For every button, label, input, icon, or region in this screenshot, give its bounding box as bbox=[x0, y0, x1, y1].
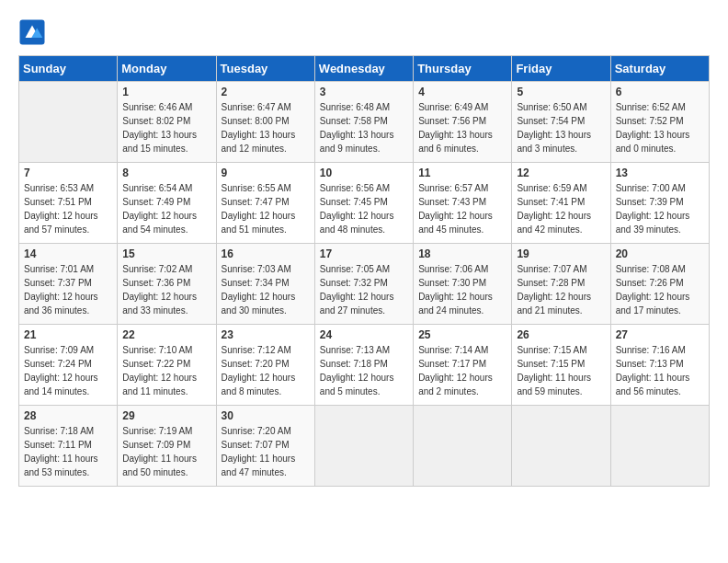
day-number: 7 bbox=[24, 167, 112, 179]
day-info: Sunrise: 6:48 AM Sunset: 7:58 PM Dayligh… bbox=[320, 100, 408, 155]
day-number: 22 bbox=[122, 328, 210, 341]
day-cell bbox=[512, 406, 610, 487]
day-cell: 14Sunrise: 7:01 AM Sunset: 7:37 PM Dayli… bbox=[19, 244, 118, 325]
day-info: Sunrise: 7:14 AM Sunset: 7:17 PM Dayligh… bbox=[418, 343, 506, 398]
day-cell: 18Sunrise: 7:06 AM Sunset: 7:30 PM Dayli… bbox=[414, 244, 512, 325]
day-info: Sunrise: 7:00 AM Sunset: 7:39 PM Dayligh… bbox=[616, 181, 704, 236]
day-number: 3 bbox=[320, 86, 408, 98]
day-cell: 8Sunrise: 6:54 AM Sunset: 7:49 PM Daylig… bbox=[118, 163, 216, 244]
day-number: 9 bbox=[222, 167, 310, 179]
day-number: 11 bbox=[418, 167, 506, 179]
week-row-3: 14Sunrise: 7:01 AM Sunset: 7:37 PM Dayli… bbox=[19, 244, 710, 325]
day-info: Sunrise: 6:54 AM Sunset: 7:49 PM Dayligh… bbox=[122, 181, 210, 236]
day-info: Sunrise: 6:55 AM Sunset: 7:47 PM Dayligh… bbox=[222, 181, 310, 236]
day-number: 24 bbox=[320, 328, 408, 341]
day-cell: 24Sunrise: 7:13 AM Sunset: 7:18 PM Dayli… bbox=[314, 325, 413, 406]
day-number: 13 bbox=[616, 167, 704, 179]
day-number: 14 bbox=[24, 247, 112, 260]
day-info: Sunrise: 6:47 AM Sunset: 8:00 PM Dayligh… bbox=[222, 100, 310, 155]
header-cell-thursday: Thursday bbox=[414, 56, 512, 82]
day-info: Sunrise: 6:49 AM Sunset: 7:56 PM Dayligh… bbox=[418, 100, 506, 155]
day-number: 29 bbox=[122, 409, 210, 422]
day-number: 12 bbox=[517, 167, 605, 179]
calendar-body: 1Sunrise: 6:46 AM Sunset: 8:02 PM Daylig… bbox=[19, 82, 710, 487]
day-info: Sunrise: 7:02 AM Sunset: 7:36 PM Dayligh… bbox=[122, 262, 210, 317]
week-row-4: 21Sunrise: 7:09 AM Sunset: 7:24 PM Dayli… bbox=[19, 325, 710, 406]
week-row-5: 28Sunrise: 7:18 AM Sunset: 7:11 PM Dayli… bbox=[19, 406, 710, 487]
day-cell: 23Sunrise: 7:12 AM Sunset: 7:20 PM Dayli… bbox=[216, 325, 314, 406]
day-number: 15 bbox=[122, 247, 210, 260]
day-number: 8 bbox=[122, 167, 210, 179]
day-info: Sunrise: 7:09 AM Sunset: 7:24 PM Dayligh… bbox=[24, 343, 112, 398]
day-info: Sunrise: 6:56 AM Sunset: 7:45 PM Dayligh… bbox=[320, 181, 408, 236]
header-cell-sunday: Sunday bbox=[19, 56, 118, 82]
day-cell: 3Sunrise: 6:48 AM Sunset: 7:58 PM Daylig… bbox=[314, 82, 413, 163]
day-number: 2 bbox=[222, 86, 310, 98]
day-cell: 7Sunrise: 6:53 AM Sunset: 7:51 PM Daylig… bbox=[19, 163, 118, 244]
header-cell-wednesday: Wednesday bbox=[314, 56, 413, 82]
day-cell: 15Sunrise: 7:02 AM Sunset: 7:36 PM Dayli… bbox=[118, 244, 216, 325]
day-number: 27 bbox=[616, 328, 704, 341]
day-cell: 30Sunrise: 7:20 AM Sunset: 7:07 PM Dayli… bbox=[216, 406, 314, 487]
day-cell: 16Sunrise: 7:03 AM Sunset: 7:34 PM Dayli… bbox=[216, 244, 314, 325]
day-number: 20 bbox=[616, 247, 704, 260]
logo bbox=[18, 18, 50, 46]
day-number: 17 bbox=[320, 247, 408, 260]
day-info: Sunrise: 7:20 AM Sunset: 7:07 PM Dayligh… bbox=[222, 424, 310, 479]
day-cell: 25Sunrise: 7:14 AM Sunset: 7:17 PM Dayli… bbox=[414, 325, 512, 406]
header-cell-monday: Monday bbox=[118, 56, 216, 82]
day-number: 6 bbox=[616, 86, 704, 98]
day-cell: 19Sunrise: 7:07 AM Sunset: 7:28 PM Dayli… bbox=[512, 244, 610, 325]
day-info: Sunrise: 7:08 AM Sunset: 7:26 PM Dayligh… bbox=[616, 262, 704, 317]
day-number: 23 bbox=[222, 328, 310, 341]
day-cell bbox=[610, 406, 709, 487]
day-cell: 2Sunrise: 6:47 AM Sunset: 8:00 PM Daylig… bbox=[216, 82, 314, 163]
day-cell: 28Sunrise: 7:18 AM Sunset: 7:11 PM Dayli… bbox=[19, 406, 118, 487]
day-cell: 5Sunrise: 6:50 AM Sunset: 7:54 PM Daylig… bbox=[512, 82, 610, 163]
day-cell: 27Sunrise: 7:16 AM Sunset: 7:13 PM Dayli… bbox=[610, 325, 709, 406]
day-info: Sunrise: 6:59 AM Sunset: 7:41 PM Dayligh… bbox=[517, 181, 605, 236]
day-info: Sunrise: 7:01 AM Sunset: 7:37 PM Dayligh… bbox=[24, 262, 112, 317]
day-cell: 6Sunrise: 6:52 AM Sunset: 7:52 PM Daylig… bbox=[610, 82, 709, 163]
logo-icon bbox=[18, 18, 46, 46]
day-cell: 20Sunrise: 7:08 AM Sunset: 7:26 PM Dayli… bbox=[610, 244, 709, 325]
day-cell bbox=[19, 82, 118, 163]
header-cell-friday: Friday bbox=[512, 56, 610, 82]
week-row-1: 1Sunrise: 6:46 AM Sunset: 8:02 PM Daylig… bbox=[19, 82, 710, 163]
day-info: Sunrise: 7:10 AM Sunset: 7:22 PM Dayligh… bbox=[122, 343, 210, 398]
day-cell: 21Sunrise: 7:09 AM Sunset: 7:24 PM Dayli… bbox=[19, 325, 118, 406]
day-cell: 10Sunrise: 6:56 AM Sunset: 7:45 PM Dayli… bbox=[314, 163, 413, 244]
calendar-table: SundayMondayTuesdayWednesdayThursdayFrid… bbox=[18, 55, 710, 487]
day-number: 21 bbox=[24, 328, 112, 341]
day-info: Sunrise: 7:15 AM Sunset: 7:15 PM Dayligh… bbox=[517, 343, 605, 398]
day-info: Sunrise: 6:52 AM Sunset: 7:52 PM Dayligh… bbox=[616, 100, 704, 155]
day-info: Sunrise: 6:53 AM Sunset: 7:51 PM Dayligh… bbox=[24, 181, 112, 236]
day-info: Sunrise: 7:05 AM Sunset: 7:32 PM Dayligh… bbox=[320, 262, 408, 317]
header-row: SundayMondayTuesdayWednesdayThursdayFrid… bbox=[19, 56, 710, 82]
header-cell-saturday: Saturday bbox=[610, 56, 709, 82]
day-cell: 9Sunrise: 6:55 AM Sunset: 7:47 PM Daylig… bbox=[216, 163, 314, 244]
day-cell: 17Sunrise: 7:05 AM Sunset: 7:32 PM Dayli… bbox=[314, 244, 413, 325]
day-number: 5 bbox=[517, 86, 605, 98]
day-number: 1 bbox=[122, 86, 210, 98]
day-info: Sunrise: 7:12 AM Sunset: 7:20 PM Dayligh… bbox=[222, 343, 310, 398]
day-cell: 12Sunrise: 6:59 AM Sunset: 7:41 PM Dayli… bbox=[512, 163, 610, 244]
day-number: 10 bbox=[320, 167, 408, 179]
day-cell: 11Sunrise: 6:57 AM Sunset: 7:43 PM Dayli… bbox=[414, 163, 512, 244]
day-number: 25 bbox=[418, 328, 506, 341]
day-cell: 13Sunrise: 7:00 AM Sunset: 7:39 PM Dayli… bbox=[610, 163, 709, 244]
day-number: 26 bbox=[517, 328, 605, 341]
day-number: 4 bbox=[418, 86, 506, 98]
calendar-header: SundayMondayTuesdayWednesdayThursdayFrid… bbox=[19, 56, 710, 82]
day-number: 30 bbox=[222, 409, 310, 422]
day-cell bbox=[414, 406, 512, 487]
day-info: Sunrise: 7:19 AM Sunset: 7:09 PM Dayligh… bbox=[122, 424, 210, 479]
day-number: 28 bbox=[24, 409, 112, 422]
day-info: Sunrise: 6:46 AM Sunset: 8:02 PM Dayligh… bbox=[122, 100, 210, 155]
day-info: Sunrise: 6:57 AM Sunset: 7:43 PM Dayligh… bbox=[418, 181, 506, 236]
day-info: Sunrise: 7:07 AM Sunset: 7:28 PM Dayligh… bbox=[517, 262, 605, 317]
day-cell bbox=[314, 406, 413, 487]
day-number: 19 bbox=[517, 247, 605, 260]
day-info: Sunrise: 7:13 AM Sunset: 7:18 PM Dayligh… bbox=[320, 343, 408, 398]
header-cell-tuesday: Tuesday bbox=[216, 56, 314, 82]
